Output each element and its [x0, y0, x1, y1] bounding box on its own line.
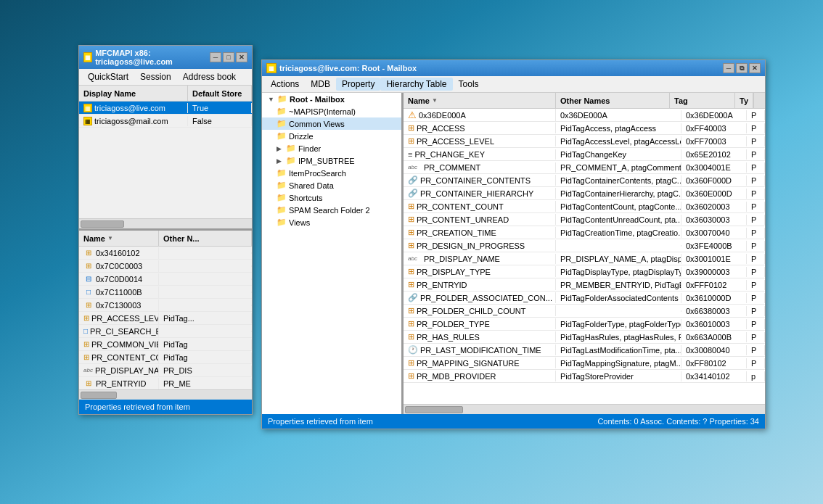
ty-cell: p [747, 371, 765, 381]
prop-icon: □ [83, 287, 94, 297]
table-row[interactable]: 🔗PR_FOLDER_ASSOCIATED_CON... PidTagFolde… [404, 292, 765, 305]
table-row[interactable]: ⊞PR_DESIGN_IN_PROGRESS 0x3FE4000B P [404, 239, 765, 252]
table-row[interactable]: ⊞PR_COMMON_VIEWS_ENTRYIDPidTag [79, 338, 252, 351]
folder-icon: 📁 [277, 119, 287, 128]
menu-mdb[interactable]: MDB [305, 78, 336, 91]
tag-cell: 0x36030003 [681, 215, 747, 225]
menu-quickstart[interactable]: QuickStart [82, 70, 134, 83]
scrollbar-stub [753, 93, 765, 108]
ty-cell: P [747, 293, 765, 303]
ty-cell: P [747, 345, 765, 355]
table-row[interactable]: ⊞PR_CONTENT_COUNTPidTag [79, 351, 252, 364]
grid-icon: ⊞ [408, 241, 414, 250]
tree-item-spam[interactable]: 📁 SPAM Search Folder 2 [262, 204, 401, 216]
tree-item-root[interactable]: ▼ 📁 Root - Mailbox [262, 93, 401, 105]
sort-arrow-icon: ▼ [432, 97, 438, 104]
tree-item-finder[interactable]: ▶ 📁 Finder [262, 142, 401, 154]
right-close-button[interactable]: ✕ [749, 63, 761, 73]
table-row[interactable]: ⊞PR_ACCESS PidTagAccess, ptagAccess 0xFF… [404, 122, 765, 135]
table-row[interactable]: ⊞PR_CONTENT_UNREAD PidTagContentUnreadCo… [404, 213, 765, 226]
other-names-cell: 0x36DE000A [556, 110, 681, 120]
table-row[interactable]: ⊟0x7C0D0014 [79, 273, 252, 286]
table-row[interactable]: ▦ triciagoss@mail.com False [79, 115, 252, 128]
tree-item-shortcuts[interactable]: 📁 Shortcuts [262, 191, 401, 204]
table-row[interactable]: ⊞PR_ACCESS_LEVELPidTag... [79, 312, 252, 325]
right-window: ▦ triciagoss@live.com: Root - Mailbox ─ … [261, 59, 766, 429]
grid-icon: ⊞ [408, 123, 414, 133]
properties-pane: Name ▼ Other Names Tag Ty ⚠0x36DE000A 0x… [404, 93, 765, 414]
table-row[interactable]: 🔗PR_CONTAINER_HIERARCHY PidTagContainerH… [404, 187, 765, 200]
table-row[interactable]: 🕐PR_LAST_MODIFICATION_TIME PidTagLastMod… [404, 344, 765, 357]
table-row[interactable]: ⊞PR_CREATION_TIME PidTagCreationTime, pt… [404, 226, 765, 239]
grid-icon: ⊞ [408, 267, 414, 276]
left-bottom-hscroll[interactable] [79, 389, 252, 400]
grid-icon: ⊞ [408, 358, 414, 368]
ty-cell: P [747, 332, 765, 342]
tag-cell: 0x3001001E [681, 254, 747, 264]
table-row[interactable]: ⊞PR_ENTRYIDPR_ME [79, 377, 252, 389]
tag-cell: 0x30080040 [681, 345, 747, 355]
other-names-cell: PidTagAccess, ptagAccess [556, 123, 681, 133]
table-row[interactable]: ⚠0x36DE000A 0x36DE000A 0x36DE000A P [404, 109, 765, 122]
table-row[interactable]: ⊞PR_MAPPING_SIGNATURE PidTagMappingSigna… [404, 357, 765, 370]
minimize-button[interactable]: ─ [210, 52, 221, 62]
menu-session[interactable]: Session [134, 70, 177, 83]
menu-actions[interactable]: Actions [265, 78, 305, 91]
table-row[interactable]: ⊞0x7C0C0003 [79, 260, 252, 273]
col-tag-header: Tag [670, 93, 735, 108]
folder-icon: 📁 [277, 168, 287, 178]
table-row[interactable]: abc PR_COMMENT PR_COMMENT_A, ptagComment… [404, 161, 765, 174]
table-row[interactable]: ⊞PR_FOLDER_TYPE PidTagFolderType, ptagFo… [404, 318, 765, 331]
other-cell [159, 331, 252, 332]
statusbar-right: Contents: 0 Assoc. Contents: ? Propertie… [597, 417, 759, 426]
other-names-cell: PidTagCreationTime, ptagCreatio... [556, 228, 681, 238]
props-hscroll[interactable] [404, 404, 765, 414]
menu-hierarchytable[interactable]: Hierarchy Table [380, 78, 452, 91]
table-row[interactable]: ⊞PR_ENTRYID PR_MEMBER_ENTRYID, PidTagEnt… [404, 278, 765, 292]
ty-cell: P [747, 149, 765, 160]
tag-cell: 0x663A000B [681, 332, 747, 342]
table-row[interactable]: ⊞PR_DISPLAY_TYPE PidTagDisplayType, ptag… [404, 265, 765, 278]
left-menubar: QuickStart Session Address book [79, 69, 252, 86]
tree-item-drizzle[interactable]: 📁 Drizzle [262, 130, 401, 142]
abc-icon: abc [408, 255, 417, 262]
right-restore-button[interactable]: ⧉ [736, 63, 748, 73]
table-row[interactable]: ≡PR_CHANGE_KEY PidTagChangeKey 0x65E2010… [404, 148, 765, 161]
table-row[interactable]: □0x7C11000B [79, 286, 252, 299]
other-cell: PR_DIS [159, 365, 252, 376]
tag-cell: 0x3610000D [681, 293, 747, 303]
left-bottom-header: Name ▼ Other N... [79, 231, 252, 247]
other-cell [159, 305, 252, 306]
right-minimize-button[interactable]: ─ [723, 63, 734, 73]
table-row[interactable]: ▦ triciagoss@live.com True [79, 102, 252, 115]
table-row[interactable]: 🔗PR_CONTAINER_CONTENTS PidTagContainerCo… [404, 174, 765, 187]
expand-icon: ▼ [268, 96, 275, 103]
maximize-button[interactable]: □ [223, 52, 234, 62]
table-row[interactable]: ⊞PR_HAS_RULES PidTagHasRules, ptagHasRul… [404, 331, 765, 344]
tree-item-commonviews[interactable]: 📁 Common Views [262, 117, 401, 130]
table-row[interactable]: abcPR_DISPLAY_NAMEPR_DIS [79, 364, 252, 377]
table-row[interactable]: ⊞0x34160102 [79, 247, 252, 260]
table-row[interactable]: ⊞PR_CONTENT_COUNT PidTagContentCount, pt… [404, 200, 765, 213]
table-row[interactable]: □PR_CI_SEARCH_ENABLED [79, 325, 252, 338]
table-row[interactable]: ⊞0x7C130003 [79, 299, 252, 312]
tree-item-itemprocesearch[interactable]: 📁 ItemProcSearch [262, 167, 401, 179]
tree-item-shareddata[interactable]: 📁 Shared Data [262, 179, 401, 191]
abc-icon: abc [408, 164, 417, 170]
table-row[interactable]: ⊞PR_MDB_PROVIDER PidTagStoreProvider 0x3… [404, 370, 765, 383]
other-cell [159, 292, 252, 293]
other-names-cell: PidTagContainerHierarchy, ptagC... [556, 189, 681, 199]
menu-property[interactable]: Property [336, 78, 380, 91]
grid-icon: ⊞ [408, 332, 414, 342]
left-top-hscroll[interactable] [79, 218, 252, 228]
ty-cell: P [747, 123, 765, 133]
menu-tools[interactable]: Tools [453, 78, 485, 91]
table-row[interactable]: abc PR_DISPLAY_NAME PR_DISPLAY_NAME_A, p… [404, 252, 765, 265]
table-row[interactable]: ⊞PR_FOLDER_CHILD_COUNT 0x66380003 P [404, 305, 765, 318]
tree-item-ipmsubtree[interactable]: ▶ 📁 IPM_SUBTREE [262, 154, 401, 167]
close-button[interactable]: ✕ [236, 52, 247, 62]
tree-item-views[interactable]: 📁 Views [262, 216, 401, 228]
menu-addressbook[interactable]: Address book [177, 70, 242, 83]
tree-item-mapisp[interactable]: 📁 ~MAPISP(Internal) [262, 105, 401, 117]
table-row[interactable]: ⊞PR_ACCESS_LEVEL PidTagAccessLevel, ptag… [404, 135, 765, 148]
